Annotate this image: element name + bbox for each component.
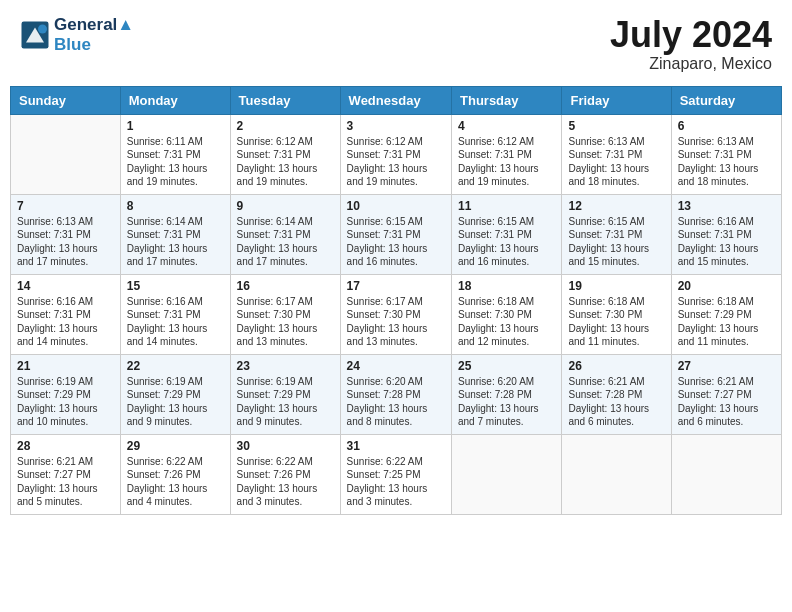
calendar-cell: 2Sunrise: 6:12 AMSunset: 7:31 PMDaylight…	[230, 114, 340, 194]
calendar-cell: 11Sunrise: 6:15 AMSunset: 7:31 PMDayligh…	[452, 194, 562, 274]
day-number: 19	[568, 279, 664, 293]
calendar-cell	[452, 434, 562, 514]
day-number: 11	[458, 199, 555, 213]
day-number: 14	[17, 279, 114, 293]
cell-info: Sunrise: 6:21 AMSunset: 7:27 PMDaylight:…	[17, 455, 114, 509]
day-number: 2	[237, 119, 334, 133]
calendar-cell: 23Sunrise: 6:19 AMSunset: 7:29 PMDayligh…	[230, 354, 340, 434]
calendar-cell: 3Sunrise: 6:12 AMSunset: 7:31 PMDaylight…	[340, 114, 451, 194]
day-number: 6	[678, 119, 775, 133]
calendar-cell: 15Sunrise: 6:16 AMSunset: 7:31 PMDayligh…	[120, 274, 230, 354]
cell-info: Sunrise: 6:13 AMSunset: 7:31 PMDaylight:…	[568, 135, 664, 189]
col-header-thursday: Thursday	[452, 86, 562, 114]
calendar-cell: 13Sunrise: 6:16 AMSunset: 7:31 PMDayligh…	[671, 194, 781, 274]
logo: General▲ Blue	[20, 15, 134, 54]
day-number: 3	[347, 119, 445, 133]
cell-info: Sunrise: 6:12 AMSunset: 7:31 PMDaylight:…	[237, 135, 334, 189]
day-number: 29	[127, 439, 224, 453]
cell-info: Sunrise: 6:18 AMSunset: 7:30 PMDaylight:…	[568, 295, 664, 349]
calendar-cell: 30Sunrise: 6:22 AMSunset: 7:26 PMDayligh…	[230, 434, 340, 514]
calendar-cell: 1Sunrise: 6:11 AMSunset: 7:31 PMDaylight…	[120, 114, 230, 194]
cell-info: Sunrise: 6:14 AMSunset: 7:31 PMDaylight:…	[237, 215, 334, 269]
calendar-cell: 18Sunrise: 6:18 AMSunset: 7:30 PMDayligh…	[452, 274, 562, 354]
cell-info: Sunrise: 6:18 AMSunset: 7:30 PMDaylight:…	[458, 295, 555, 349]
col-header-sunday: Sunday	[11, 86, 121, 114]
calendar-cell: 25Sunrise: 6:20 AMSunset: 7:28 PMDayligh…	[452, 354, 562, 434]
day-number: 20	[678, 279, 775, 293]
calendar-cell: 6Sunrise: 6:13 AMSunset: 7:31 PMDaylight…	[671, 114, 781, 194]
day-number: 9	[237, 199, 334, 213]
day-number: 8	[127, 199, 224, 213]
calendar-cell: 27Sunrise: 6:21 AMSunset: 7:27 PMDayligh…	[671, 354, 781, 434]
calendar-cell: 26Sunrise: 6:21 AMSunset: 7:28 PMDayligh…	[562, 354, 671, 434]
col-header-tuesday: Tuesday	[230, 86, 340, 114]
calendar-cell: 5Sunrise: 6:13 AMSunset: 7:31 PMDaylight…	[562, 114, 671, 194]
calendar-cell: 14Sunrise: 6:16 AMSunset: 7:31 PMDayligh…	[11, 274, 121, 354]
cell-info: Sunrise: 6:11 AMSunset: 7:31 PMDaylight:…	[127, 135, 224, 189]
calendar-cell: 8Sunrise: 6:14 AMSunset: 7:31 PMDaylight…	[120, 194, 230, 274]
month-year: July 2024	[610, 15, 772, 55]
calendar-cell: 12Sunrise: 6:15 AMSunset: 7:31 PMDayligh…	[562, 194, 671, 274]
cell-info: Sunrise: 6:16 AMSunset: 7:31 PMDaylight:…	[127, 295, 224, 349]
cell-info: Sunrise: 6:16 AMSunset: 7:31 PMDaylight:…	[678, 215, 775, 269]
calendar-cell: 7Sunrise: 6:13 AMSunset: 7:31 PMDaylight…	[11, 194, 121, 274]
day-number: 22	[127, 359, 224, 373]
day-number: 26	[568, 359, 664, 373]
day-number: 16	[237, 279, 334, 293]
day-number: 30	[237, 439, 334, 453]
cell-info: Sunrise: 6:22 AMSunset: 7:26 PMDaylight:…	[237, 455, 334, 509]
day-number: 31	[347, 439, 445, 453]
day-number: 13	[678, 199, 775, 213]
col-header-monday: Monday	[120, 86, 230, 114]
cell-info: Sunrise: 6:12 AMSunset: 7:31 PMDaylight:…	[458, 135, 555, 189]
day-number: 12	[568, 199, 664, 213]
day-number: 1	[127, 119, 224, 133]
logo-icon	[20, 20, 50, 50]
cell-info: Sunrise: 6:19 AMSunset: 7:29 PMDaylight:…	[17, 375, 114, 429]
svg-point-2	[38, 24, 47, 33]
cell-info: Sunrise: 6:19 AMSunset: 7:29 PMDaylight:…	[237, 375, 334, 429]
calendar-week-3: 14Sunrise: 6:16 AMSunset: 7:31 PMDayligh…	[11, 274, 782, 354]
calendar-cell: 16Sunrise: 6:17 AMSunset: 7:30 PMDayligh…	[230, 274, 340, 354]
day-number: 25	[458, 359, 555, 373]
page-header: General▲ Blue July 2024 Zinaparo, Mexico	[10, 10, 782, 78]
logo-text: General▲ Blue	[54, 15, 134, 54]
col-header-wednesday: Wednesday	[340, 86, 451, 114]
cell-info: Sunrise: 6:15 AMSunset: 7:31 PMDaylight:…	[568, 215, 664, 269]
cell-info: Sunrise: 6:13 AMSunset: 7:31 PMDaylight:…	[17, 215, 114, 269]
calendar-table: SundayMondayTuesdayWednesdayThursdayFrid…	[10, 86, 782, 515]
day-number: 21	[17, 359, 114, 373]
col-header-saturday: Saturday	[671, 86, 781, 114]
col-header-friday: Friday	[562, 86, 671, 114]
calendar-week-2: 7Sunrise: 6:13 AMSunset: 7:31 PMDaylight…	[11, 194, 782, 274]
day-number: 27	[678, 359, 775, 373]
calendar-cell	[11, 114, 121, 194]
cell-info: Sunrise: 6:19 AMSunset: 7:29 PMDaylight:…	[127, 375, 224, 429]
day-number: 4	[458, 119, 555, 133]
cell-info: Sunrise: 6:20 AMSunset: 7:28 PMDaylight:…	[458, 375, 555, 429]
cell-info: Sunrise: 6:15 AMSunset: 7:31 PMDaylight:…	[458, 215, 555, 269]
calendar-cell: 21Sunrise: 6:19 AMSunset: 7:29 PMDayligh…	[11, 354, 121, 434]
day-number: 28	[17, 439, 114, 453]
calendar-cell: 24Sunrise: 6:20 AMSunset: 7:28 PMDayligh…	[340, 354, 451, 434]
day-number: 5	[568, 119, 664, 133]
calendar-cell	[562, 434, 671, 514]
calendar-cell: 20Sunrise: 6:18 AMSunset: 7:29 PMDayligh…	[671, 274, 781, 354]
calendar-cell: 10Sunrise: 6:15 AMSunset: 7:31 PMDayligh…	[340, 194, 451, 274]
day-number: 18	[458, 279, 555, 293]
cell-info: Sunrise: 6:14 AMSunset: 7:31 PMDaylight:…	[127, 215, 224, 269]
cell-info: Sunrise: 6:13 AMSunset: 7:31 PMDaylight:…	[678, 135, 775, 189]
day-number: 7	[17, 199, 114, 213]
day-number: 17	[347, 279, 445, 293]
cell-info: Sunrise: 6:20 AMSunset: 7:28 PMDaylight:…	[347, 375, 445, 429]
day-number: 23	[237, 359, 334, 373]
calendar-week-4: 21Sunrise: 6:19 AMSunset: 7:29 PMDayligh…	[11, 354, 782, 434]
calendar-week-1: 1Sunrise: 6:11 AMSunset: 7:31 PMDaylight…	[11, 114, 782, 194]
cell-info: Sunrise: 6:15 AMSunset: 7:31 PMDaylight:…	[347, 215, 445, 269]
cell-info: Sunrise: 6:18 AMSunset: 7:29 PMDaylight:…	[678, 295, 775, 349]
cell-info: Sunrise: 6:17 AMSunset: 7:30 PMDaylight:…	[347, 295, 445, 349]
cell-info: Sunrise: 6:17 AMSunset: 7:30 PMDaylight:…	[237, 295, 334, 349]
title-block: July 2024 Zinaparo, Mexico	[610, 15, 772, 73]
day-number: 10	[347, 199, 445, 213]
cell-info: Sunrise: 6:22 AMSunset: 7:25 PMDaylight:…	[347, 455, 445, 509]
